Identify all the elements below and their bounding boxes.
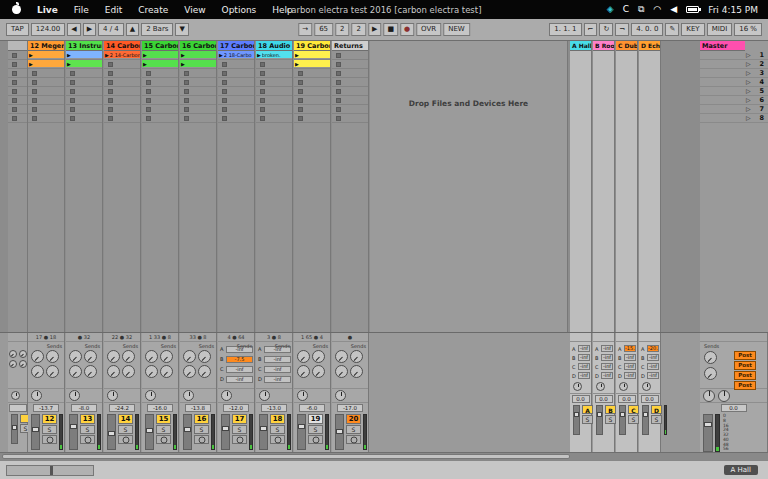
punch-out-button[interactable]: ¬ [615,23,629,36]
send-value[interactable]: -20.2 [647,345,659,352]
volume-icon[interactable]: ◀ [670,5,677,14]
send-knob-a[interactable] [145,350,158,363]
send-knob-d[interactable] [198,365,211,378]
menu-edit[interactable]: Edit [97,5,130,15]
fader-thumb[interactable] [574,412,579,417]
clip-slot[interactable]: ▶ [66,51,102,60]
stop-button[interactable] [298,89,303,94]
send-knob-d[interactable] [160,365,173,378]
send-value[interactable]: -15.7 [624,345,636,352]
stop-button[interactable] [12,80,17,85]
stop-button[interactable] [70,116,75,121]
fader-thumb[interactable] [108,431,115,436]
menu-live[interactable]: Live [29,5,66,15]
track-header[interactable]: 13 Instrumen [66,41,102,51]
send-value[interactable]: -inf [647,372,659,379]
track-header[interactable]: 15 Carbon El [142,41,178,51]
fader-value[interactable]: -17.0 [337,404,363,412]
stop-button[interactable] [12,71,17,76]
clip-slot[interactable] [294,69,330,78]
stop-button[interactable] [260,107,265,112]
send-knob-c[interactable] [145,365,158,378]
fader-thumb[interactable] [70,424,77,429]
fader-thumb[interactable] [260,426,267,431]
volume-fader[interactable] [297,414,306,450]
clip[interactable]: ▶ [294,60,330,67]
scene-slot[interactable]: ▷3 [700,69,768,78]
follow-button[interactable]: → [298,23,312,36]
master-send-knob[interactable] [704,351,717,364]
solo-button[interactable]: S [270,425,285,434]
stop-button[interactable] [336,62,341,67]
stop-button[interactable] [260,89,265,94]
clip-slot[interactable] [104,78,140,87]
send-value[interactable]: -inf [264,366,291,373]
stop-button[interactable] [32,89,37,94]
c-badge-icon[interactable]: C [623,5,629,14]
clip-slot[interactable] [66,87,102,96]
clip-slot[interactable]: ▶ [294,51,330,60]
clip-slot[interactable]: ▶ [28,60,64,69]
pan-knob[interactable] [619,382,628,391]
clip-slot[interactable] [332,51,368,60]
fader-value[interactable] [9,404,27,412]
arrangement-position-bar[interactable]: 65 [314,23,333,36]
send-knob[interactable] [19,350,27,358]
track-header[interactable] [8,41,27,51]
scene-slot[interactable]: ▷7 [700,105,768,114]
display-icon[interactable]: ⧉ [638,5,644,14]
loop-button[interactable]: ↻ [599,23,613,36]
horizontal-scrollbar-thumb[interactable] [2,454,570,459]
send-knob-b[interactable] [350,350,363,363]
pan-knob[interactable] [573,382,582,391]
clip-slot[interactable] [142,96,178,105]
stop-button[interactable] [336,71,341,76]
stop-button[interactable] [336,107,341,112]
send-knob-c[interactable] [107,365,120,378]
scene-slot[interactable]: ▷1 [700,51,768,60]
stop-button[interactable] [12,62,17,67]
clip-slot[interactable] [28,87,64,96]
clip-slot[interactable] [8,60,27,69]
pan-knob[interactable] [69,390,80,401]
stop-button[interactable] [184,98,189,103]
clip-slot[interactable]: ▶ [294,60,330,69]
clip-slot[interactable] [256,114,292,123]
send-knob-d[interactable] [46,365,59,378]
clip[interactable]: ▶ [28,51,64,58]
clip-slot[interactable] [8,114,27,123]
arm-button[interactable] [156,435,171,444]
fader-thumb[interactable] [146,428,153,433]
clip-slot[interactable] [294,96,330,105]
volume-fader[interactable] [183,414,192,450]
send-value[interactable]: -inf [647,363,659,370]
clip-slot[interactable] [28,78,64,87]
cue-volume-knob[interactable] [703,390,715,402]
clip[interactable]: ▶2 14-Carbon [104,51,140,58]
return-letter[interactable]: B [605,405,616,414]
stop-button[interactable] [108,98,113,103]
stop-button[interactable] [108,107,113,112]
clip-slot[interactable] [104,114,140,123]
stop-button[interactable] [146,71,151,76]
send-value[interactable]: -inf [264,376,291,383]
fader-value[interactable]: -13.7 [33,404,59,412]
drop-area[interactable]: Drop Files and Devices Here [370,41,568,332]
clip[interactable]: ▶ [28,60,64,67]
post-toggle[interactable]: Post [734,361,756,370]
fader-value[interactable]: 0.0 [595,395,613,403]
solo-button[interactable]: S [80,425,95,434]
draw-mode-button[interactable]: ✎ [665,23,679,36]
clip-slot[interactable] [218,114,254,123]
clip-slot[interactable] [142,87,178,96]
clip-slot[interactable] [104,69,140,78]
send-value[interactable]: -inf [624,372,636,379]
fader-value[interactable]: -6.0 [299,404,325,412]
send-knob-a[interactable] [297,350,310,363]
stop-button[interactable] [336,80,341,85]
return-header[interactable]: B Room [593,41,614,51]
arrangement-position-sixteenth[interactable]: 2 [352,23,366,36]
clip-slot[interactable] [256,69,292,78]
clip-slot[interactable] [256,60,292,69]
send-knob-b[interactable] [46,350,59,363]
